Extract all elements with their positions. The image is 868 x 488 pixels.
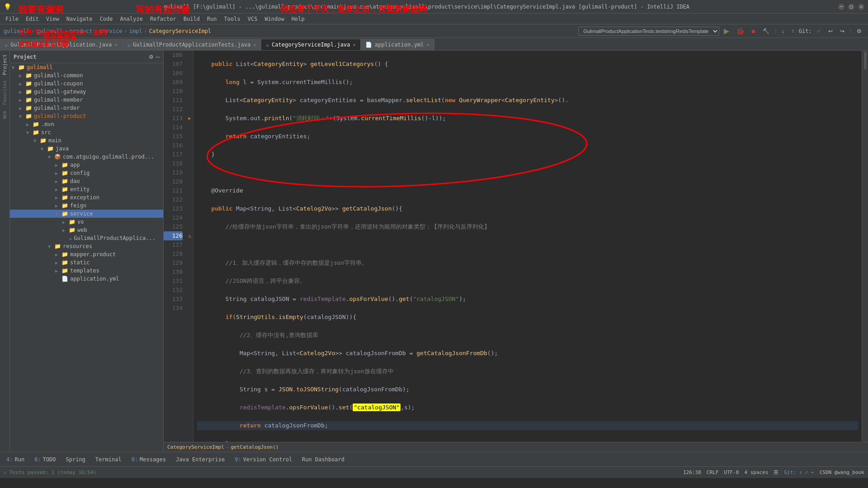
menu-edit[interactable]: Edit bbox=[22, 15, 42, 23]
bc-gulimall2[interactable]: gulimall bbox=[37, 28, 63, 34]
menu-file[interactable]: File bbox=[2, 15, 22, 23]
tab-terminal-label: Terminal bbox=[95, 456, 122, 463]
tree-gulimallapp[interactable]: ▶ ☕ GulimallProductApplica... bbox=[10, 234, 163, 242]
favorites-panel-label[interactable]: Favorites bbox=[2, 80, 7, 105]
menu-run[interactable]: Run bbox=[203, 15, 221, 23]
bc-classname[interactable]: CategoryServiceImpl bbox=[167, 444, 224, 450]
tree-member[interactable]: ▶ 📁 gulimall-member bbox=[10, 96, 163, 104]
tree-service[interactable]: ▼ 📁 service bbox=[10, 210, 163, 218]
build-button[interactable]: 🔨 bbox=[760, 27, 772, 35]
tree-gateway[interactable]: ▶ 📁 gulimall-gateway bbox=[10, 88, 163, 96]
tab-run-dashboard[interactable]: Run Dashboard bbox=[297, 455, 349, 465]
tree-entity[interactable]: ▶ 📁 entity bbox=[10, 185, 163, 193]
tab-run[interactable]: 4: Run bbox=[2, 455, 29, 465]
bc-categoryserviceimpl[interactable]: CategoryServiceImpl bbox=[149, 28, 211, 34]
tab-close-3[interactable]: × bbox=[353, 42, 356, 48]
bc-impl[interactable]: impl bbox=[129, 28, 142, 34]
bc-methodname[interactable]: getCatalogJson() bbox=[231, 444, 278, 450]
run-config-dropdown[interactable]: GulimallProductApplicationTests.teststri… bbox=[578, 27, 719, 36]
menu-help[interactable]: Help bbox=[288, 15, 308, 23]
run-button[interactable]: ▶ bbox=[721, 26, 732, 36]
web-panel-label[interactable]: Web bbox=[2, 111, 7, 119]
tree-feign[interactable]: ▶ 📁 feign bbox=[10, 202, 163, 210]
breakpoint-gutter: ▶ ⚠ bbox=[186, 51, 193, 442]
tab-java-enterprise[interactable]: Java Enterprise bbox=[171, 455, 229, 465]
tab-version-control[interactable]: 9: Version Control bbox=[230, 455, 297, 465]
project-panel-label[interactable]: Project bbox=[2, 54, 8, 75]
project-sidebar: Project ⚙ ─ ▼ 📁 gulimall ▶ 📁 gulimall-co… bbox=[10, 51, 164, 452]
tab-gulimallproductapplicationtests[interactable]: ☕ GulimallProductApplicationTests.java × bbox=[123, 39, 261, 50]
tree-static[interactable]: ▶ 📁 static bbox=[10, 258, 163, 267]
minimize-button[interactable]: ─ bbox=[838, 4, 844, 10]
menu-tools[interactable]: Tools bbox=[221, 15, 244, 23]
tree-common[interactable]: ▶ 📁 gulimall-common bbox=[10, 71, 163, 80]
menu-navigate[interactable]: Navigate bbox=[63, 15, 96, 23]
tab-close-1[interactable]: × bbox=[114, 42, 118, 48]
bc-product[interactable]: product bbox=[70, 28, 93, 34]
menu-code[interactable]: Code bbox=[96, 15, 117, 23]
tab-applicationyml[interactable]: 📄 application.yml × bbox=[361, 39, 434, 50]
sidebar-settings[interactable]: ⚙ bbox=[149, 54, 154, 60]
tree-templates[interactable]: ▶ 📁 templates bbox=[10, 267, 163, 275]
tree-order[interactable]: ▶ 📁 gulimall-order bbox=[10, 104, 163, 112]
menu-analyze[interactable]: Analyze bbox=[116, 15, 146, 23]
tree-applicationyml[interactable]: ▶ 📄 application.yml bbox=[10, 275, 163, 283]
menu-refactor[interactable]: Refactor bbox=[146, 15, 180, 23]
tree-java[interactable]: ▼ 📁 java bbox=[10, 145, 163, 153]
close-button[interactable]: ✕ bbox=[858, 4, 864, 10]
tab-gulimallproductapplication[interactable]: ☕ GulimallProductApplication.java × bbox=[0, 39, 123, 50]
tree-resources[interactable]: ▼ 📁 resources bbox=[10, 242, 163, 250]
debug-button[interactable]: 🐞 bbox=[734, 27, 747, 36]
right-gutter[interactable] bbox=[862, 51, 868, 442]
undo-button[interactable]: ↩ bbox=[826, 27, 835, 35]
stop-button[interactable]: ■ bbox=[749, 27, 758, 36]
window-controls: ─ □ ✕ bbox=[838, 4, 864, 10]
status-right: 126:38 CRLF UTF-8 4 spaces 英 Git: ↑ ✓ ↩ … bbox=[683, 469, 864, 476]
menu-window[interactable]: Window bbox=[261, 15, 288, 23]
tree-mapper[interactable]: ▶ 📁 mapper.product bbox=[10, 250, 163, 258]
tree-dao[interactable]: ▶ 📁 dao bbox=[10, 177, 163, 185]
menu-build[interactable]: Build bbox=[180, 15, 203, 23]
git-update[interactable]: ↓ bbox=[779, 27, 787, 35]
tree-exception[interactable]: ▶ 📁 exception bbox=[10, 193, 163, 202]
encoding[interactable]: UTF-8 bbox=[724, 469, 739, 475]
tree-mvn[interactable]: ▶ 📁 .mvn bbox=[10, 120, 163, 128]
tree-app[interactable]: ▶ 📁 app bbox=[10, 161, 163, 169]
tab-run-dashboard-label: Run Dashboard bbox=[302, 456, 344, 463]
tree-main[interactable]: ▼ 📁 main bbox=[10, 136, 163, 145]
bc-gulimall[interactable]: gulimall bbox=[4, 28, 30, 34]
language-toggle[interactable]: 英 bbox=[774, 469, 778, 476]
tree-web[interactable]: ▶ 📁 web bbox=[10, 226, 163, 234]
line-109: System.out.println("消耗时间："+(System.curre… bbox=[197, 114, 858, 123]
tab-close-4[interactable]: × bbox=[426, 42, 429, 48]
tab-spring[interactable]: Spring bbox=[61, 455, 90, 465]
menu-vcs[interactable]: VCS bbox=[244, 15, 261, 23]
tab-close-2[interactable]: × bbox=[253, 42, 256, 48]
line-separator[interactable]: CRLF bbox=[707, 469, 719, 475]
tab-terminal[interactable]: Terminal bbox=[91, 455, 126, 465]
git-push[interactable]: ↑ bbox=[789, 27, 797, 35]
tab-messages[interactable]: 0: Messages bbox=[127, 455, 170, 465]
git-checkmark[interactable]: ✓ bbox=[814, 27, 824, 35]
tree-package[interactable]: ▼ 📦 com.atguigu.gulimall.prod... bbox=[10, 153, 163, 161]
tree-coupon[interactable]: ▶ 📁 gulimall-coupon bbox=[10, 80, 163, 88]
tab-todo[interactable]: 6: TODO bbox=[30, 455, 60, 465]
tree-label-product: gulimall-product bbox=[34, 113, 86, 119]
tree-src[interactable]: ▼ 📁 src bbox=[10, 128, 163, 136]
redo-button[interactable]: ↪ bbox=[837, 27, 847, 35]
bc-service[interactable]: service bbox=[99, 28, 123, 34]
tree-root[interactable]: ▼ 📁 gulimall bbox=[10, 63, 163, 71]
settings-button[interactable]: ⚙ bbox=[854, 27, 864, 35]
indent-setting[interactable]: 4 spaces bbox=[744, 469, 768, 475]
maximize-button[interactable]: □ bbox=[848, 4, 854, 10]
tab-icon-1: ☕ bbox=[5, 42, 8, 48]
tree-config[interactable]: ▶ 📁 config bbox=[10, 169, 163, 177]
code-editor[interactable]: public List<CategoryEntity> getLevel1Cat… bbox=[193, 51, 862, 442]
tree-product[interactable]: ▼ 📁 gulimall-product bbox=[10, 112, 163, 120]
tree-vo[interactable]: ▶ 📁 vo bbox=[10, 218, 163, 226]
sidebar-collapse[interactable]: ─ bbox=[156, 54, 160, 60]
tab-categoryserviceimpl[interactable]: ☕ CategoryServiceImpl.java × bbox=[261, 39, 361, 50]
menubar: File Edit View Navigate Code Analyze Ref… bbox=[0, 14, 868, 24]
tree-label-config: config bbox=[70, 170, 90, 176]
menu-view[interactable]: View bbox=[42, 15, 63, 23]
